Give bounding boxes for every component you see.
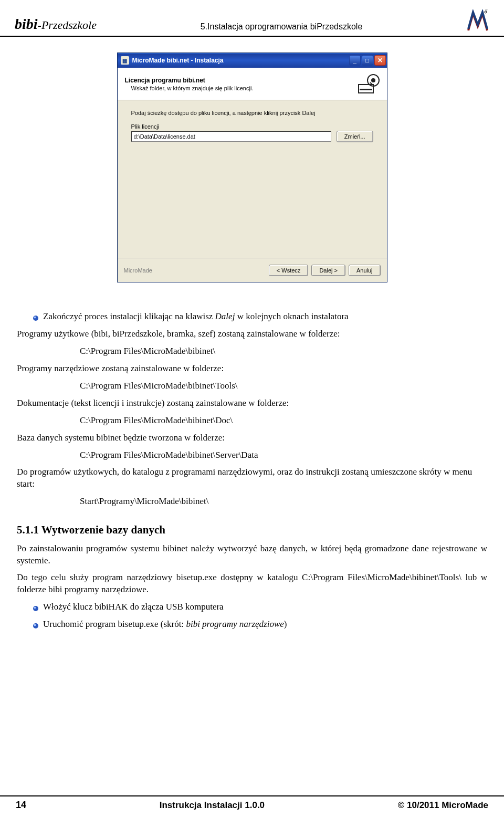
maximize-button[interactable]: □ bbox=[362, 55, 373, 66]
page-footer: 14 Instrukcja Instalacji 1.0.0 © 10/2011… bbox=[0, 795, 504, 818]
back-button[interactable]: < Wstecz bbox=[269, 265, 309, 276]
paragraph: Dokumentacje (tekst licencji i instrukcj… bbox=[17, 397, 487, 410]
keyword: Dalej bbox=[215, 311, 235, 321]
field-label: Plik licencji bbox=[131, 123, 373, 130]
brand-text: bibi-Przedszkole bbox=[15, 16, 97, 33]
page-number: 14 bbox=[16, 800, 26, 811]
paragraph: Do programów użytkowych, do katalogu z p… bbox=[17, 466, 487, 490]
bullet-text-tail: ) bbox=[284, 619, 287, 629]
keyword: bibi programy narzędziowe bbox=[186, 619, 284, 629]
document-body: Zakończyć proces instalacji klikając na … bbox=[0, 282, 504, 631]
bullet-text: Włożyć klucz bibiHAK do złącza USB kompu… bbox=[43, 601, 224, 613]
bullet-text: Zakończyć proces instalacji klikając na … bbox=[43, 311, 215, 321]
wizard-icon bbox=[356, 72, 380, 96]
next-button[interactable]: Dalej > bbox=[311, 265, 345, 276]
file-path: C:\Program Files\MicroMade\bibinet\Serve… bbox=[80, 449, 487, 462]
file-path: C:\Program Files\MicroMade\bibinet\Doc\ bbox=[80, 415, 487, 427]
svg-point-8 bbox=[33, 606, 38, 611]
bullet-icon bbox=[33, 603, 39, 610]
svg-point-6 bbox=[33, 316, 38, 321]
list-item: Uruchomić program bisetup.exe (skrót: bi… bbox=[33, 618, 487, 631]
wizard-body: Podaj ścieżkę dostępu do pliku licencji,… bbox=[118, 100, 387, 258]
file-path: C:\Program Files\MicroMade\bibinet\ bbox=[80, 345, 487, 358]
svg-rect-3 bbox=[360, 89, 372, 90]
brand-suffix: -Przedszkole bbox=[38, 18, 97, 32]
footer-center: Instrukcja Instalacji 1.0.0 bbox=[26, 800, 398, 811]
page-header: bibi-Przedszkole 5.Instalacja oprogramow… bbox=[0, 0, 504, 37]
svg-point-11 bbox=[34, 624, 36, 626]
heading: 5.1.1 Wytworzenie bazy danych bbox=[17, 522, 487, 537]
app-icon: ▦ bbox=[121, 56, 129, 65]
minimize-button[interactable]: _ bbox=[349, 55, 361, 66]
cancel-button[interactable]: Anuluj bbox=[349, 265, 381, 276]
paragraph: Po zainstalowaniu programów systemu bibi… bbox=[17, 543, 487, 567]
close-button[interactable]: ✕ bbox=[374, 55, 386, 66]
file-path: Start\Programy\MicroMade\bibinet\ bbox=[80, 496, 487, 508]
svg-point-10 bbox=[33, 623, 38, 628]
bullet-text-tail: w kolejnych oknach instalatora bbox=[235, 311, 348, 321]
wizard-header: Licencja programu bibi.net Wskaż folder,… bbox=[118, 68, 387, 100]
installer-window: ▦ MicroMade bibi.net - Instalacja _ □ ✕ … bbox=[117, 53, 387, 282]
svg-text:®: ® bbox=[485, 9, 488, 12]
svg-point-5 bbox=[371, 78, 375, 82]
brand-prefix: bibi bbox=[15, 16, 38, 32]
paragraph: Baza danych systemu bibinet będzie tworz… bbox=[17, 432, 487, 444]
paragraph: Do tego celu służy program narzędziowy b… bbox=[17, 572, 487, 596]
bullet-text: Uruchomić program bisetup.exe (skrót: bbox=[43, 619, 186, 629]
brand-logo-icon: ® bbox=[466, 9, 489, 33]
footer-brand: MicroMade bbox=[124, 267, 152, 274]
bullet-icon bbox=[33, 621, 39, 627]
paragraph: Programy użytkowe (bibi, biPrzedszkole, … bbox=[17, 328, 487, 340]
window-controls: _ □ ✕ bbox=[349, 55, 386, 66]
bullet-icon bbox=[33, 313, 39, 319]
footer-right: © 10/2011 MicroMade bbox=[398, 800, 488, 811]
change-button[interactable]: Zmień... bbox=[337, 131, 373, 142]
paragraph: Programy narzędziowe zostaną zainstalowa… bbox=[17, 363, 487, 375]
license-path-input[interactable] bbox=[131, 131, 331, 142]
svg-point-7 bbox=[34, 317, 36, 319]
wizard-subtitle: Wskaż folder, w którym znajduje się plik… bbox=[131, 85, 254, 91]
section-title: 5.Instalacja oprogramowania biPrzedszkol… bbox=[97, 22, 466, 32]
wizard-footer: MicroMade < Wstecz Dalej > Anuluj bbox=[118, 258, 387, 282]
svg-point-9 bbox=[34, 607, 36, 609]
list-item: Zakończyć proces instalacji klikając na … bbox=[33, 311, 487, 323]
file-path: C:\Program Files\MicroMade\bibinet\Tools… bbox=[80, 380, 487, 392]
titlebar[interactable]: ▦ MicroMade bibi.net - Instalacja _ □ ✕ bbox=[118, 53, 387, 68]
instruction-text: Podaj ścieżkę dostępu do pliku licencji,… bbox=[131, 110, 373, 116]
window-title: MicroMade bibi.net - Instalacja bbox=[132, 57, 349, 64]
wizard-title: Licencja programu bibi.net bbox=[125, 77, 254, 84]
list-item: Włożyć klucz bibiHAK do złącza USB kompu… bbox=[33, 601, 487, 613]
